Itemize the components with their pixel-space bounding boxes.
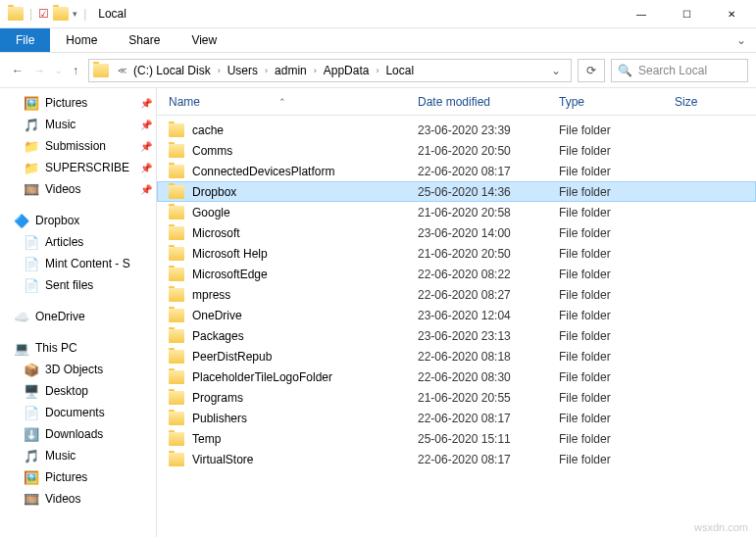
sidebar-item[interactable]: 📁Submission📌 xyxy=(0,135,156,157)
refresh-button[interactable]: ⟳ xyxy=(578,59,605,82)
forward-button[interactable]: → xyxy=(33,64,45,77)
search-input[interactable]: 🔍 Search Local xyxy=(611,59,748,82)
sidebar-item[interactable]: 🎵Music📌 xyxy=(0,114,156,135)
column-size[interactable]: Size xyxy=(675,95,756,109)
file-name: Microsoft Help xyxy=(192,247,418,261)
window-title: Local xyxy=(98,7,126,21)
file-name: Temp xyxy=(192,432,418,446)
maximize-button[interactable]: ☐ xyxy=(664,0,709,28)
tab-view[interactable]: View xyxy=(176,28,232,52)
qat-separator2: | xyxy=(81,7,88,21)
file-row[interactable]: Microsoft Help21-06-2020 20:50File folde… xyxy=(157,243,756,264)
qat-newfolder-icon[interactable] xyxy=(53,7,69,21)
sidebar-item[interactable]: 🎞️Videos xyxy=(0,488,156,510)
sidebar-item-icon: 📄 xyxy=(24,234,39,250)
up-button[interactable]: ↑ xyxy=(73,64,78,77)
sidebar-item[interactable]: 🖼️Pictures xyxy=(0,466,156,488)
file-list[interactable]: cache23-06-2020 23:39File folderComms21-… xyxy=(157,116,756,537)
sidebar-item[interactable]: 🎵Music xyxy=(0,445,156,466)
minimize-button[interactable]: ― xyxy=(619,0,664,28)
sidebar-item[interactable]: 📄Articles xyxy=(0,231,156,253)
watermark: wsxdn.com xyxy=(694,521,748,533)
sidebar-item-icon: 🖼️ xyxy=(24,95,39,111)
chevron-right-icon[interactable]: › xyxy=(262,66,271,75)
breadcrumb-segment[interactable]: Local xyxy=(383,64,416,77)
addressbar[interactable]: ≪ (C:) Local Disk › Users › admin › AppD… xyxy=(88,59,572,82)
sort-asc-icon: ⌃ xyxy=(278,97,286,107)
folder-icon xyxy=(169,185,184,199)
tab-share[interactable]: Share xyxy=(113,28,176,52)
file-row[interactable]: Publishers22-06-2020 08:17File folder xyxy=(157,408,756,428)
close-button[interactable]: ✕ xyxy=(709,0,754,28)
breadcrumb-segment[interactable]: (C:) Local Disk xyxy=(131,64,213,77)
file-type: File folder xyxy=(559,165,675,178)
sidebar-item-icon: 🖼️ xyxy=(24,469,39,485)
chevron-right-icon[interactable]: › xyxy=(311,66,320,75)
chevron-right-icon[interactable]: › xyxy=(373,66,381,75)
file-row[interactable]: VirtualStore22-06-2020 08:17File folder xyxy=(157,449,756,469)
chevron-right-icon[interactable]: ≪ xyxy=(115,66,129,75)
pin-icon: 📌 xyxy=(140,163,152,173)
sidebar-item-label: Videos xyxy=(45,492,80,506)
qat-properties-icon[interactable]: ☑ xyxy=(38,7,49,21)
sidebar-item[interactable]: 📦3D Objects xyxy=(0,359,156,380)
file-name: Comms xyxy=(192,144,418,158)
back-button[interactable]: ← xyxy=(12,64,24,77)
sidebar-item[interactable]: 📄Mint Content - S xyxy=(0,253,156,274)
sidebar-item[interactable]: 🔷Dropbox xyxy=(0,210,156,231)
file-name: Google xyxy=(192,206,418,220)
folder-icon xyxy=(169,165,184,178)
file-row[interactable]: MicrosoftEdge22-06-2020 08:22File folder xyxy=(157,264,756,284)
column-type[interactable]: Type xyxy=(559,95,675,109)
sidebar-item[interactable]: 📁SUPERSCRIBE📌 xyxy=(0,157,156,178)
sidebar-item-icon: ⬇️ xyxy=(24,426,39,442)
column-date[interactable]: Date modified xyxy=(418,95,559,109)
chevron-right-icon[interactable]: › xyxy=(215,66,224,75)
addressbar-folder-icon xyxy=(93,64,109,77)
sidebar-item[interactable]: 📄Sent files xyxy=(0,274,156,296)
sidebar-item[interactable]: ⬇️Downloads xyxy=(0,423,156,445)
column-name[interactable]: Name⌃ xyxy=(169,95,418,109)
breadcrumb-segment[interactable]: admin xyxy=(273,64,309,77)
file-name: Packages xyxy=(192,329,418,343)
file-row[interactable]: OneDrive23-06-2020 12:04File folder xyxy=(157,305,756,325)
sidebar-item[interactable]: 🎞️Videos📌 xyxy=(0,178,156,200)
file-row[interactable]: Microsoft23-06-2020 14:00File folder xyxy=(157,222,756,243)
sidebar-item[interactable]: ☁️OneDrive xyxy=(0,306,156,327)
file-row[interactable]: mpress22-06-2020 08:27File folder xyxy=(157,284,756,305)
file-type: File folder xyxy=(559,185,675,199)
breadcrumb-segment[interactable]: AppData xyxy=(322,64,372,77)
file-row[interactable]: PeerDistRepub22-06-2020 08:18File folder xyxy=(157,346,756,366)
sidebar-item[interactable]: 🖼️Pictures📌 xyxy=(0,92,156,114)
sidebar-item[interactable]: 📄Documents xyxy=(0,402,156,423)
breadcrumb-segment[interactable]: Users xyxy=(226,64,260,77)
file-row[interactable]: Packages23-06-2020 23:13File folder xyxy=(157,325,756,346)
sidebar-item-label: Downloads xyxy=(45,427,103,441)
file-row[interactable]: Temp25-06-2020 15:11File folder xyxy=(157,428,756,449)
sidebar-item[interactable]: 💻This PC xyxy=(0,337,156,359)
ribbon-expand-icon[interactable]: ⌄ xyxy=(727,28,756,52)
addressbar-dropdown-icon[interactable]: ⌄ xyxy=(545,64,567,77)
sidebar-item[interactable]: 🖥️Desktop xyxy=(0,380,156,402)
sidebar-item-label: OneDrive xyxy=(35,310,85,323)
tab-home[interactable]: Home xyxy=(50,28,113,52)
file-row[interactable]: Comms21-06-2020 20:50File folder xyxy=(157,140,756,161)
file-date: 23-06-2020 12:04 xyxy=(418,309,559,322)
sidebar-item-label: Music xyxy=(45,118,76,131)
tab-file[interactable]: File xyxy=(0,28,50,52)
file-date: 25-06-2020 14:36 xyxy=(418,185,559,199)
file-name: Programs xyxy=(192,391,418,405)
file-row[interactable]: ConnectedDevicesPlatform22-06-2020 08:17… xyxy=(157,161,756,181)
sidebar-item-icon: 📦 xyxy=(24,362,39,377)
file-date: 22-06-2020 08:17 xyxy=(418,412,559,425)
sidebar[interactable]: 🖼️Pictures📌🎵Music📌📁Submission📌📁SUPERSCRI… xyxy=(0,88,157,537)
history-dropdown-icon[interactable]: ⌄ xyxy=(55,66,63,75)
qat-dropdown-icon[interactable]: ▾ xyxy=(73,9,77,19)
file-row[interactable]: PlaceholderTileLogoFolder22-06-2020 08:3… xyxy=(157,366,756,387)
main-panel: Name⌃ Date modified Type Size cache23-06… xyxy=(157,88,756,537)
file-row[interactable]: Programs21-06-2020 20:55File folder xyxy=(157,387,756,408)
file-row[interactable]: cache23-06-2020 23:39File folder xyxy=(157,120,756,140)
file-row[interactable]: Dropbox25-06-2020 14:36File folder xyxy=(157,181,756,202)
sidebar-item-icon: 📄 xyxy=(24,277,39,293)
file-row[interactable]: Google21-06-2020 20:58File folder xyxy=(157,202,756,222)
